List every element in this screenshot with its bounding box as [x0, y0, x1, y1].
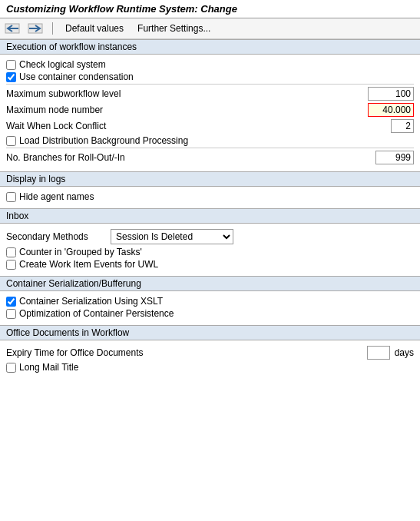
branches-label: No. Branches for Roll-Out/-In: [6, 152, 375, 163]
check-logical-system-label: Check logical system: [19, 59, 106, 70]
counter-checkbox[interactable]: [6, 247, 16, 257]
back-icon[interactable]: [5, 21, 20, 36]
max-subworkflow-label: Maximum subworkflow level: [6, 88, 368, 99]
section-inbox-header: Inbox: [0, 208, 420, 224]
further-settings-button[interactable]: Further Settings...: [134, 22, 213, 35]
section-container-content: Container Serialization Using XSLT Optim…: [0, 291, 420, 325]
wait-lock-input[interactable]: [391, 119, 414, 133]
section-execution: Execution of workflow instances Check lo…: [0, 39, 420, 171]
divider-2: [6, 148, 414, 148]
section-display-header: Display in logs: [0, 171, 420, 187]
section-office-header: Office Documents in Workflow: [0, 325, 420, 340]
section-display: Display in logs Hide agent names: [0, 171, 420, 208]
use-container-checkbox[interactable]: [6, 72, 16, 82]
hide-agent-checkbox[interactable]: [6, 192, 16, 202]
hide-agent-row: Hide agent names: [6, 191, 414, 202]
default-values-button[interactable]: Default values: [62, 22, 127, 35]
long-mail-label: Long Mail Title: [19, 362, 78, 373]
section-container-header: Container Serialization/Bufferung: [0, 276, 420, 291]
section-execution-content: Check logical system Use container conde…: [0, 55, 420, 171]
wait-lock-row: Wait When Lock Conflict: [6, 119, 414, 133]
section-office: Office Documents in Workflow Expiry Time…: [0, 325, 420, 379]
title-bar: Customizing Workflow Runtime System: Cha…: [0, 0, 420, 18]
serialization-row: Container Serialization Using XSLT: [6, 296, 414, 307]
section-office-content: Expiry Time for Office Documents days Lo…: [0, 340, 420, 379]
max-subworkflow-row: Maximum subworkflow level: [6, 87, 414, 101]
secondary-methods-row: Secondary Methods Session Is Deleted Nev…: [6, 229, 414, 244]
hide-agent-label: Hide agent names: [19, 191, 94, 202]
wait-lock-label: Wait When Lock Conflict: [6, 121, 391, 131]
create-work-item-checkbox[interactable]: [6, 260, 16, 270]
page-title: Customizing Workflow Runtime System: Cha…: [6, 3, 237, 15]
section-inbox-content: Secondary Methods Session Is Deleted Nev…: [0, 224, 420, 276]
forward-icon[interactable]: [28, 21, 43, 36]
optimization-checkbox[interactable]: [6, 309, 16, 319]
section-execution-header: Execution of workflow instances: [0, 39, 420, 55]
create-work-item-row: Create Work Item Events for UWL: [6, 259, 414, 270]
secondary-methods-select[interactable]: Session Is Deleted Never Always: [111, 229, 233, 244]
section-display-content: Hide agent names: [0, 187, 420, 208]
counter-row: Counter in 'Grouped by Tasks': [6, 247, 414, 257]
load-dist-label: Load Distribution Background Processing: [19, 135, 188, 146]
check-logical-system-row: Check logical system: [6, 59, 414, 70]
long-mail-checkbox[interactable]: [6, 363, 16, 373]
expiry-label: Expiry Time for Office Documents: [6, 347, 362, 358]
secondary-methods-label: Secondary Methods: [6, 231, 106, 242]
max-node-label: Maximum node number: [6, 105, 368, 115]
create-work-item-label: Create Work Item Events for UWL: [19, 259, 158, 270]
long-mail-row: Long Mail Title: [6, 362, 414, 373]
divider-1: [6, 84, 414, 85]
days-unit: days: [395, 347, 414, 358]
max-subworkflow-input[interactable]: [368, 87, 414, 101]
use-container-label: Use container condensation: [19, 71, 134, 82]
toolbar-separator: [52, 22, 53, 35]
load-dist-checkbox[interactable]: [6, 136, 16, 146]
expiry-input[interactable]: [367, 346, 390, 360]
max-node-row: Maximum node number: [6, 103, 414, 117]
max-node-input[interactable]: [368, 103, 414, 117]
expiry-row: Expiry Time for Office Documents days: [6, 346, 414, 360]
check-logical-system-checkbox[interactable]: [6, 60, 16, 70]
optimization-label: Optimization of Container Persistence: [19, 308, 174, 319]
toolbar: Default values Further Settings...: [0, 18, 420, 39]
counter-label: Counter in 'Grouped by Tasks': [19, 247, 142, 257]
section-container: Container Serialization/Bufferung Contai…: [0, 276, 420, 325]
serialization-label: Container Serialization Using XSLT: [19, 296, 163, 307]
load-dist-row: Load Distribution Background Processing: [6, 135, 414, 146]
use-container-row: Use container condensation: [6, 71, 414, 82]
section-inbox: Inbox Secondary Methods Session Is Delet…: [0, 208, 420, 276]
branches-row: No. Branches for Roll-Out/-In: [6, 151, 414, 164]
branches-input[interactable]: [375, 151, 414, 164]
serialization-checkbox[interactable]: [6, 297, 16, 307]
optimization-row: Optimization of Container Persistence: [6, 308, 414, 319]
